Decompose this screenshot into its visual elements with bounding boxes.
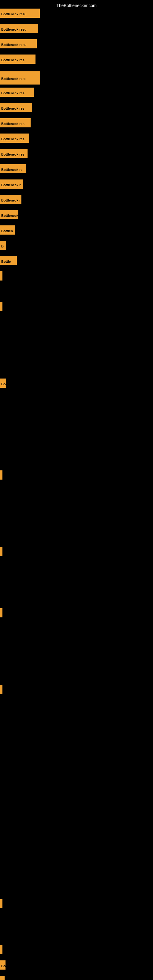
bar-label: Bottleneck rest	[0, 72, 40, 84]
bar-label: Bottleneck resu	[0, 39, 37, 48]
bar-item	[0, 470, 2, 480]
bar-label: Bottleneck r	[0, 180, 23, 189]
bar-item: B	[0, 241, 6, 250]
bar-item: Bottle	[0, 256, 17, 265]
bar-item: Bottleneck re	[0, 164, 26, 173]
bar-item: Bottleneck resu	[0, 39, 37, 48]
bar-label: Bottleneck res	[0, 134, 29, 143]
bar-item: Bottleneck res	[0, 118, 30, 127]
bar-label: Bottleneck res	[0, 103, 32, 112]
bar-item: Bottleneck d	[0, 210, 18, 219]
bar-label	[0, 608, 2, 617]
bar-item: Bottleneck resu	[0, 9, 40, 18]
bar-label: B	[0, 976, 5, 980]
bar-item: B	[0, 976, 5, 980]
bar-item	[0, 302, 2, 311]
bar-label: Bottleneck resu	[0, 9, 40, 18]
bar-item	[0, 945, 2, 954]
bar-item	[0, 685, 2, 694]
bar-label	[0, 271, 2, 280]
bar-label	[0, 945, 2, 954]
bar-item: Bottleneck r	[0, 195, 21, 204]
bar-label	[0, 547, 2, 556]
bar-label: Bottleneck res	[0, 149, 27, 158]
bar-item: Bottleneck resu	[0, 24, 38, 33]
bar-label	[0, 470, 2, 480]
bar-item	[0, 608, 2, 617]
bar-label: Bottleneck res	[0, 88, 33, 97]
bar-item: Bottleneck res	[0, 103, 32, 112]
bar-label: Bottleneck re	[0, 164, 26, 173]
bar-label: Bottleneck res	[0, 118, 30, 127]
bar-label: Bottleneck r	[0, 195, 21, 204]
bar-item: Bottlen	[0, 225, 15, 235]
bar-item: Bottleneck res	[0, 134, 29, 143]
bar-item: Bottleneck r	[0, 180, 23, 189]
bar-label: Bottle	[0, 256, 17, 265]
bar-label: Bottleneck d	[0, 210, 18, 219]
bar-label: B	[0, 241, 6, 250]
bar-label	[0, 899, 2, 908]
bar-label: Bottleneck resu	[0, 24, 38, 33]
bar-item: Bottleneck res	[0, 88, 33, 97]
bar-item: Bo	[0, 379, 6, 388]
bar-item: Bo	[0, 960, 5, 970]
bar-label: Bottlen	[0, 225, 15, 235]
bar-item	[0, 547, 2, 556]
bar-label: Bottleneck res	[0, 54, 35, 64]
bar-label	[0, 302, 2, 311]
bar-label: Bo	[0, 379, 6, 388]
bar-item	[0, 271, 2, 280]
bar-item	[0, 899, 2, 908]
bar-item: Bottleneck rest	[0, 72, 40, 84]
bar-label: Bo	[0, 960, 5, 970]
bar-item: Bottleneck res	[0, 149, 27, 158]
bar-label	[0, 685, 2, 694]
bar-item: Bottleneck res	[0, 54, 35, 64]
